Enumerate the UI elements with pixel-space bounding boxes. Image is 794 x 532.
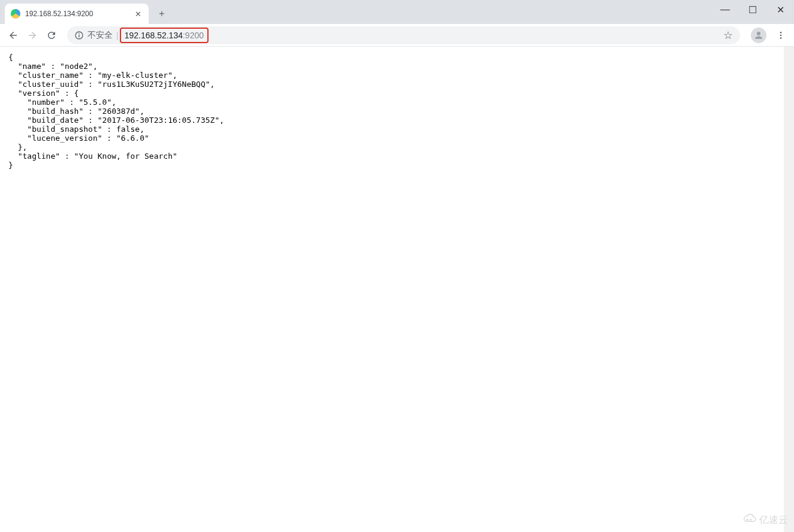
svg-rect-2 (79, 33, 79, 34)
json-val: my-elk-cluster (102, 71, 168, 80)
svg-point-8 (750, 519, 751, 521)
reload-button[interactable] (43, 27, 60, 44)
insecure-label: 不安全 (87, 30, 113, 41)
tab-title: 192.168.52.134:9200 (25, 10, 133, 18)
json-key: number (32, 98, 60, 107)
json-key: build_snapshot (32, 125, 98, 134)
svg-point-6 (780, 37, 782, 39)
forward-button[interactable] (24, 27, 41, 44)
menu-button[interactable] (772, 27, 789, 44)
json-val: 6.6.0 (121, 134, 144, 143)
browser-tab[interactable]: 192.168.52.134:9200 ✕ (5, 4, 149, 24)
url-highlight: 192.168.52.134:9200 (120, 28, 209, 43)
json-key: build_hash (32, 107, 79, 116)
maximize-button[interactable]: ☐ (739, 0, 766, 19)
favicon-icon (11, 9, 20, 19)
minimize-button[interactable]: — (711, 0, 739, 19)
svg-point-5 (780, 34, 782, 36)
json-key: tagline (22, 152, 55, 161)
toolbar: 不安全 | 192.168.52.134:9200 ☆ (0, 24, 794, 47)
json-val: rus1L3KuSU2T2jIY6NeBQQ (102, 80, 206, 89)
profile-button[interactable] (751, 28, 766, 43)
json-key: name (22, 62, 41, 71)
new-tab-button[interactable]: + (153, 5, 170, 22)
json-key: version (22, 89, 55, 98)
json-val: You Know, for Search (79, 152, 173, 161)
watermark: 亿速云 (741, 513, 788, 527)
close-button[interactable]: ✕ (766, 0, 794, 19)
svg-point-4 (780, 32, 782, 34)
bookmark-icon[interactable]: ☆ (723, 29, 733, 42)
kebab-icon (776, 31, 786, 40)
json-val: 5.5.0 (83, 98, 107, 107)
scrollbar[interactable] (784, 47, 794, 532)
arrow-right-icon (27, 30, 38, 41)
json-key: cluster_name (22, 71, 79, 80)
json-val: 2017-06-30T23:16:05.735Z (102, 116, 215, 125)
info-icon[interactable] (74, 31, 84, 40)
json-val: node2 (65, 62, 88, 71)
person-icon (753, 30, 764, 41)
svg-point-3 (757, 32, 760, 35)
json-key: cluster_uuid (22, 80, 79, 89)
svg-point-7 (747, 519, 748, 521)
window-controls: — ☐ ✕ (710, 0, 794, 19)
cloud-icon (741, 513, 757, 527)
reload-icon (46, 30, 57, 41)
svg-rect-1 (79, 34, 79, 37)
tab-strip: 192.168.52.134:9200 ✕ + (0, 0, 794, 24)
address-bar[interactable]: 不安全 | 192.168.52.134:9200 ☆ (67, 26, 740, 44)
json-key: build_date (32, 116, 79, 125)
divider: | (116, 31, 119, 40)
response-body: { "name" : "node2", "cluster_name" : "my… (0, 47, 794, 176)
url-host: 192.168.52.134 (125, 31, 183, 40)
json-key: lucene_version (32, 134, 98, 143)
json-val: 260387d (102, 107, 135, 116)
json-val: false (116, 125, 140, 134)
tab-close-icon[interactable]: ✕ (133, 9, 143, 19)
arrow-left-icon (8, 30, 19, 41)
watermark-text: 亿速云 (759, 514, 788, 527)
url-port: :9200 (183, 31, 204, 40)
back-button[interactable] (5, 27, 22, 44)
